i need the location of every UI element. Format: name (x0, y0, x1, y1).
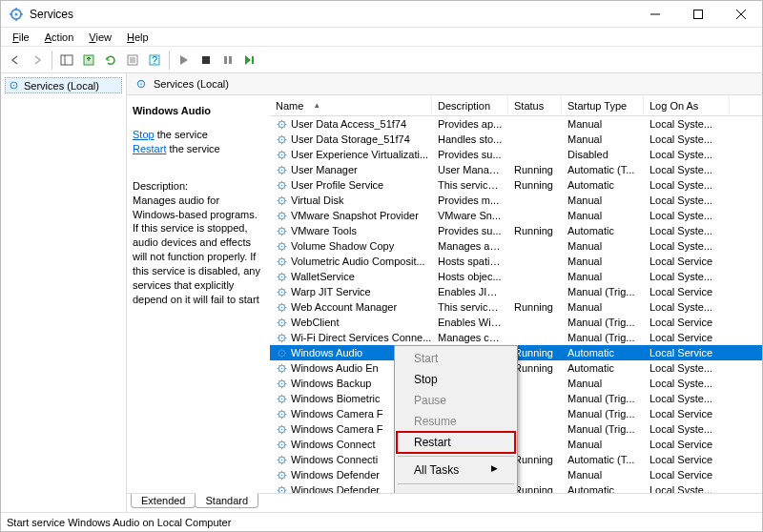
menubar: File Action View Help (1, 28, 762, 47)
svg-point-26 (281, 138, 283, 140)
ctx-refresh[interactable]: Refresh (397, 487, 515, 493)
menu-help[interactable]: Help (119, 30, 156, 45)
svg-point-62 (281, 413, 283, 415)
svg-point-60 (281, 398, 283, 399)
selected-service-name: Windows Audio (133, 105, 260, 116)
stop-service-button[interactable] (196, 50, 217, 71)
col-name[interactable]: Name▲ (270, 95, 432, 115)
svg-point-70 (281, 474, 283, 476)
app-icon (9, 7, 24, 22)
svg-point-64 (281, 428, 283, 430)
svg-point-68 (281, 459, 283, 460)
context-menu: StartStopPauseResumeRestartAll Tasks▶Ref… (394, 345, 518, 493)
back-button[interactable] (5, 50, 26, 71)
content-header: Services (Local) (127, 73, 762, 95)
col-logon[interactable]: Log On As (644, 95, 730, 115)
col-startup[interactable]: Startup Type (562, 95, 644, 115)
tabs: Extended Standard (127, 493, 762, 512)
description-label: Description: (133, 180, 260, 192)
svg-point-28 (281, 153, 283, 155)
refresh-button[interactable] (100, 50, 121, 71)
titlebar: Services (1, 1, 762, 28)
ctx-start: Start (397, 348, 515, 369)
svg-point-52 (281, 337, 283, 338)
svg-point-56 (281, 367, 283, 369)
svg-point-42 (281, 260, 283, 262)
service-row[interactable]: User Data Access_51f74Provides ap...Manu… (270, 116, 762, 132)
ctx-resume: Resume (397, 411, 515, 432)
svg-rect-6 (61, 55, 72, 65)
toolbar: ? (1, 47, 762, 73)
svg-point-50 (281, 321, 283, 323)
col-description[interactable]: Description (432, 95, 508, 115)
service-row[interactable]: User Profile ServiceThis service ...Runn… (270, 177, 762, 193)
export-button[interactable] (78, 50, 99, 71)
service-row[interactable]: User ManagerUser Manag...RunningAutomati… (270, 162, 762, 177)
svg-point-22 (140, 83, 142, 85)
svg-point-72 (281, 489, 283, 491)
svg-point-36 (281, 215, 283, 216)
service-row[interactable]: Web Account ManagerThis service ...Runni… (270, 299, 762, 315)
svg-point-30 (281, 169, 283, 171)
svg-rect-3 (693, 10, 702, 18)
svg-rect-15 (202, 56, 210, 64)
svg-point-54 (281, 352, 283, 354)
service-row[interactable]: WebClientEnables Win...Manual (Trig...Lo… (270, 315, 762, 330)
statusbar: Start service Windows Audio on Local Com… (1, 512, 762, 531)
ctx-stop[interactable]: Stop (397, 369, 515, 390)
detail-pane: Windows Audio Stop the service Restart t… (127, 95, 270, 493)
service-row[interactable]: VMware Snapshot ProviderVMware Sn...Manu… (270, 208, 762, 223)
gear-icon (134, 77, 148, 91)
svg-point-58 (281, 382, 283, 384)
column-headers: Name▲ Description Status Startup Type Lo… (270, 95, 762, 116)
content-header-label: Services (Local) (154, 78, 229, 90)
close-button[interactable] (719, 1, 762, 28)
service-row[interactable]: User Data Storage_51f74Handles sto...Man… (270, 132, 762, 147)
restart-service-button[interactable] (239, 50, 260, 71)
menu-view[interactable]: View (81, 30, 119, 45)
content-pane: Services (Local) Windows Audio Stop the … (127, 73, 762, 512)
minimize-button[interactable] (633, 1, 676, 28)
service-row[interactable]: WalletServiceHosts objec...ManualLocal S… (270, 269, 762, 284)
svg-point-20 (13, 85, 15, 87)
svg-point-40 (281, 245, 283, 247)
service-row[interactable]: Warp JIT ServiceEnables JIT ...Manual (T… (270, 284, 762, 299)
forward-button[interactable] (27, 50, 48, 71)
svg-point-48 (281, 306, 283, 308)
help-button[interactable]: ? (144, 50, 165, 71)
menu-action[interactable]: Action (37, 30, 82, 45)
ctx-restart[interactable]: Restart (397, 432, 515, 453)
ctx-pause: Pause (397, 390, 515, 411)
pause-service-button[interactable] (217, 50, 238, 71)
description-text: Manages audio for Windows-based programs… (133, 194, 260, 307)
list-pane: Name▲ Description Status Startup Type Lo… (270, 95, 762, 493)
service-row[interactable]: VMware ToolsProvides su...RunningAutomat… (270, 223, 762, 238)
service-row[interactable]: Virtual DiskProvides m...ManualLocal Sys… (270, 193, 762, 208)
restart-link[interactable]: Restart (133, 143, 166, 154)
window-controls (633, 1, 762, 28)
svg-point-32 (281, 184, 283, 186)
tree-root-label: Services (Local) (24, 80, 99, 92)
service-row[interactable]: Volumetric Audio Composit...Hosts spatia… (270, 254, 762, 269)
svg-rect-17 (229, 56, 232, 64)
service-row[interactable]: User Experience Virtualizati...Provides … (270, 147, 762, 162)
service-row[interactable]: Volume Shadow CopyManages an...ManualLoc… (270, 238, 762, 254)
menu-file[interactable]: File (5, 30, 37, 45)
service-row[interactable]: Wi-Fi Direct Services Conne...Manages co… (270, 330, 762, 345)
tree-pane: Services (Local) (1, 73, 127, 512)
col-status[interactable]: Status (508, 95, 562, 115)
tree-root[interactable]: Services (Local) (5, 77, 122, 93)
svg-point-1 (15, 12, 18, 15)
stop-link[interactable]: Stop (133, 129, 155, 140)
properties-button[interactable] (122, 50, 143, 71)
svg-rect-18 (252, 56, 254, 64)
tab-extended[interactable]: Extended (131, 494, 196, 508)
svg-point-66 (281, 443, 283, 445)
maximize-button[interactable] (676, 1, 719, 28)
svg-text:?: ? (152, 54, 157, 66)
show-hide-button[interactable] (56, 50, 77, 71)
svg-point-46 (281, 291, 283, 293)
start-service-button[interactable] (174, 50, 195, 71)
tab-standard[interactable]: Standard (195, 493, 258, 508)
ctx-all-tasks[interactable]: All Tasks▶ (397, 460, 515, 481)
